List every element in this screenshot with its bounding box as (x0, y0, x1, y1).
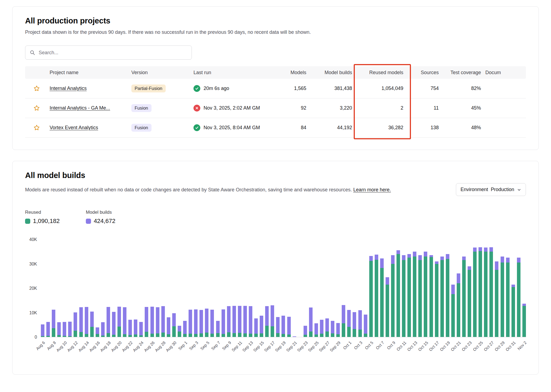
bar-sep-17: Sep 17 (271, 240, 274, 337)
model-builds-segment (249, 306, 252, 333)
model-builds-card: All model builds Models are reused inste… (12, 161, 539, 375)
environment-value: Production (491, 187, 514, 192)
x-tick-label: Sep 5 (199, 340, 210, 351)
reused-segment (210, 334, 214, 337)
x-tick-label: Aug 18 (99, 340, 112, 353)
star-icon[interactable] (33, 105, 40, 111)
model-builds-segment (260, 316, 263, 333)
reused-segment (457, 283, 460, 337)
reused-segment (123, 334, 126, 337)
bar-oct-31: Oct 31 (511, 240, 515, 337)
model-builds-segment (63, 322, 66, 336)
builds-subtitle-text: Models are reused instead of rebuilt whe… (25, 187, 352, 192)
reused-segment (435, 264, 438, 337)
bar-aug-24: Aug 24 (139, 240, 143, 337)
reused-segment (402, 260, 405, 337)
star-icon[interactable] (33, 124, 40, 131)
model-builds-segment (123, 307, 126, 334)
bar-sep-13: Sep 13 (249, 240, 252, 337)
model-builds-segment (57, 322, 61, 335)
reused-segment (254, 334, 258, 337)
model-builds-segment (205, 309, 208, 333)
x-tick-label: Oct 13 (406, 340, 418, 352)
legend-reused: Reused 1,090,182 (25, 210, 60, 225)
reused-segment (287, 334, 291, 337)
bar-oct-30 (506, 240, 510, 337)
model-builds-segment (479, 247, 482, 251)
environment-dropdown[interactable]: Environment Production (456, 183, 526, 196)
x-tick-label: Aug 14 (77, 340, 90, 353)
chart-y-axis: 010K20K30K40K (25, 240, 41, 337)
reused-segment (222, 334, 225, 337)
model-builds-segment (167, 317, 170, 334)
model-builds-segment (511, 285, 515, 287)
x-tick-label: Oct 19 (439, 340, 451, 352)
bar-oct-18 (440, 240, 444, 337)
model-builds-segment (194, 309, 198, 334)
model-builds-segment (522, 304, 526, 306)
reused-segment (495, 270, 498, 337)
version-badge: Partial-Fusion (131, 85, 166, 92)
favorite-star[interactable] (25, 124, 48, 131)
bar-sep-1: Sep 1 (183, 240, 187, 337)
model-builds-segment (287, 317, 291, 334)
x-tick-label: Sep 27 (318, 340, 331, 353)
bar-sep-2 (189, 240, 192, 337)
x-tick-label: Oct 9 (386, 340, 396, 350)
reused-segment (369, 261, 373, 337)
learn-more-link[interactable]: Learn more here. (353, 187, 391, 192)
project-search[interactable] (25, 46, 192, 60)
reused-segment (489, 252, 493, 337)
bar-sep-28 (331, 240, 334, 337)
x-tick-label: Aug 6 (35, 340, 46, 351)
bar-aug-9 (57, 240, 61, 337)
environment-label: Environment (461, 187, 488, 192)
bar-aug-11 (68, 240, 72, 337)
model-builds-segment (238, 306, 241, 333)
reused-segment (358, 330, 362, 337)
bar-oct-1: Oct 1 (347, 240, 351, 337)
bar-oct-17: Oct 17 (435, 240, 438, 337)
bar-sep-25: Sep 25 (314, 240, 318, 337)
bar-oct-9: Oct 9 (391, 240, 395, 337)
x-tick-label: Aug 20 (110, 340, 123, 353)
star-icon[interactable] (33, 85, 40, 92)
reused-segment (205, 333, 208, 337)
x-tick-label: Oct 3 (353, 340, 363, 350)
bar-sep-27: Sep 27 (325, 240, 329, 337)
col-project-name: Project name (48, 70, 130, 76)
search-input[interactable] (38, 50, 187, 56)
projects-card-title: All production projects (25, 16, 526, 25)
bar-aug-23 (134, 240, 137, 337)
x-tick-label: Sep 7 (210, 340, 221, 351)
reused-segment (320, 334, 323, 337)
bar-sep-30 (342, 240, 345, 337)
reused-segment (150, 334, 154, 337)
dashboard-page: All production projects Project data sho… (0, 0, 551, 375)
x-tick-label: Aug 12 (66, 340, 79, 353)
project-link[interactable]: Internal Analytics - GA Me... (50, 105, 110, 111)
model-builds-segment (489, 247, 493, 252)
bar-aug-14: Aug 14 (85, 240, 88, 337)
table-row: Internal Analytics - GA Me...FusionNov 3… (25, 98, 526, 118)
reused-segment (386, 285, 389, 337)
reused-segment (271, 326, 274, 337)
bar-aug-29 (167, 240, 170, 337)
project-link[interactable]: Vortex Event Analytics (50, 125, 98, 130)
project-link[interactable]: Internal Analytics (50, 86, 87, 91)
col-model-builds: Model builds (309, 70, 355, 76)
chart-legend: Reused 1,090,182 Model builds 424,672 (25, 210, 526, 225)
last-run-text: Nov 3, 2025, 2:02 AM GM (204, 105, 260, 111)
reused-segment (107, 333, 110, 337)
reused-segment (46, 336, 50, 337)
model-builds-segment (391, 255, 395, 264)
favorite-star[interactable] (25, 105, 48, 111)
y-tick-label: 10K (29, 310, 37, 315)
model-builds-segment (74, 312, 77, 331)
legend-reused-label: Reused (25, 210, 60, 215)
favorite-star[interactable] (25, 85, 48, 92)
model-builds-segment (85, 307, 88, 334)
model-builds-segment (517, 258, 520, 263)
model-builds-segment (150, 307, 154, 334)
reused-segment (424, 257, 427, 337)
